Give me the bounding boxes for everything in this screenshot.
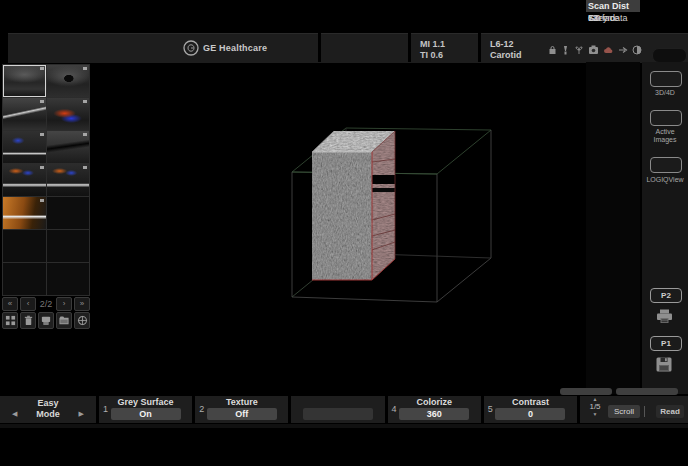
floppy-disk-icon [656,357,672,372]
softkey-value-button[interactable]: On [111,408,181,420]
topbar-divider [478,33,481,62]
softkey-number: 1 [103,404,108,414]
thumbnail-doppler-spectral[interactable] [3,131,46,163]
softkey-grey-surface: 1 Grey Surface On [99,396,192,423]
thumbnail-empty-cell [3,263,46,295]
thumbnail-bmode-bright-line[interactable] [3,98,46,130]
thumbnail-spectral-color[interactable] [3,164,46,196]
printer-icon [656,309,673,324]
softkey-value-button[interactable]: Off [207,408,277,420]
softkey-label: Texture [195,397,288,408]
thumbnail-spectral-color[interactable] [47,164,90,196]
delete-button[interactable] [20,312,36,329]
partial-button [616,388,678,395]
mi-readout: MI 1.1 [420,39,445,49]
softkey-colorize: 4 Colorize 360 [388,396,481,423]
active-images-button[interactable] [650,110,682,126]
mode-selector-line1: Easy [0,398,96,408]
clipboard-toolbar [2,312,90,329]
grid-layout-button[interactable] [2,312,18,329]
volume-render-view[interactable] [90,62,586,394]
softkey-texture: 2 Texture Off [195,396,288,423]
thumbnail-bmode-dark-line[interactable] [47,131,90,163]
bottom-strip [0,424,688,428]
logiqview-button[interactable] [650,157,682,173]
logiqview-label: LOGIQView [642,176,688,184]
camera-icon [588,45,599,55]
ge-logo [183,40,199,56]
grid-layout-icon [5,315,16,326]
softkey-label: Grey Surface [99,397,192,408]
read-button[interactable]: Read [656,405,684,418]
thumbnail-grid [2,64,90,296]
lock-icon [548,45,557,55]
partial-button [560,388,612,395]
first-page-button[interactable]: « [2,297,18,311]
softkey-page-stepper[interactable]: ▲ 1/5 ▼ [586,396,604,423]
topbar-divider [318,33,321,62]
setting-value: 6.0 cm [586,12,640,24]
trackball-indicator [652,48,687,63]
archive-icon [40,315,52,326]
rendered-volume[interactable] [312,131,395,280]
softkey-page-indicator: 1/5 [586,402,604,411]
divider [644,406,645,417]
target-icon [77,315,88,326]
page-indicator: 2/2 [38,299,54,309]
mode-prev-arrow[interactable]: ◀ [12,410,17,418]
softkey-contrast: 5 Contrast 0 [484,396,577,423]
thumbnail-empty-cell [47,263,90,295]
mode-selector-line2: Mode [36,409,60,419]
softkey-blank [291,396,384,423]
topbar-divider [408,33,411,62]
thumbnail-empty-cell [47,230,90,262]
trash-icon [23,315,34,326]
last-page-button[interactable]: » [74,297,90,311]
page-down-icon[interactable]: ▼ [586,411,604,417]
softkey-row: 1 Grey Surface On 2 Texture Off 4 Colori… [99,396,577,423]
softkey-value-button[interactable]: 360 [399,408,469,420]
thumbnail-bmode[interactable] [3,65,46,97]
thumbnail-bmode-oval[interactable] [47,65,90,97]
transducer-icon [561,45,570,55]
ti-readout: TI 0.6 [420,50,443,60]
thumbnail-empty-cell [47,197,90,229]
p2-button[interactable]: P2 [650,288,682,303]
softkey-label: Colorize [388,397,481,408]
prev-page-button[interactable]: ‹ [20,297,36,311]
softkey-number: 4 [392,404,397,414]
setting-scan-dist: Scan Dist 6.0 cm [586,0,640,24]
target-button[interactable] [74,312,90,329]
probe-label: L6-12 [490,39,514,49]
folder-icon [58,315,70,326]
next-page-button[interactable]: › [56,297,72,311]
plant-icon [574,45,584,55]
p1-button[interactable]: P1 [650,336,682,351]
scroll-button[interactable]: Scroll [608,405,640,418]
cloud-icon [603,45,614,55]
softkey-value-button[interactable] [303,408,373,420]
scroll-section: ▲ 1/5 ▼ Scroll Read [580,396,688,423]
softkey-value-button[interactable]: 0 [495,408,565,420]
render-settings-panel [586,62,640,394]
ultrasound-screen: GE Healthcare MI 1.1 TI 0.6 L6-12 Caroti… [0,0,688,466]
clipboard-sidebar [2,64,90,296]
thumbnail-empty-cell [3,230,46,262]
softkey-label: Contrast [484,397,577,408]
softkey-number: 2 [199,404,204,414]
print-button[interactable] [656,309,673,328]
mode-selector: Easy ◀ Mode ▶ [0,396,96,423]
mode-3d4d-button[interactable] [650,71,682,87]
thumbnail-doppler-flow[interactable] [47,98,90,130]
archive-button[interactable] [38,312,54,329]
save-button[interactable] [656,357,672,376]
contrast-icon [632,45,642,55]
mode-next-arrow[interactable]: ▶ [79,410,84,418]
thumbnail-spectral-orange[interactable] [3,197,46,229]
active-images-label: ActiveImages [642,128,688,144]
softkey-number: 5 [488,404,493,414]
folder-button[interactable] [56,312,72,329]
setting-label[interactable]: Scan Dist [586,0,640,12]
softkey-label [291,397,384,408]
mode-3d4d-label: 3D/4D [642,89,688,97]
